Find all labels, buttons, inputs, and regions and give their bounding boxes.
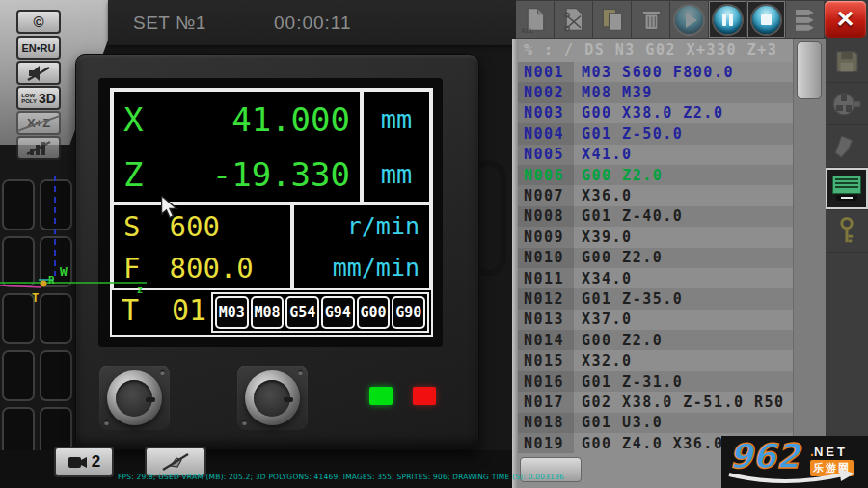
tool-origin-marker <box>41 281 47 287</box>
xz-readout-button[interactable]: X+Z <box>16 111 61 135</box>
gcode-line-N003[interactable]: N003G00 X38.0 Z2.0 <box>518 103 793 123</box>
gcode-line-N012[interactable]: N012G01 Z-35.0 <box>518 288 793 309</box>
right-tool-column <box>826 39 868 488</box>
gcode-line-N009[interactable]: N009X39.0 <box>518 227 793 247</box>
gcode-line-number: N017 <box>518 392 574 412</box>
gcode-header-line[interactable]: % : / DS N3 G02 X+330 Z+3 <box>518 39 793 62</box>
camera-icon <box>68 455 89 470</box>
copy-program-button[interactable] <box>593 1 631 38</box>
gcode-line-code: G02 X38.0 Z-51.0 R50 <box>574 393 785 411</box>
delete-program-button[interactable] <box>632 1 669 38</box>
gcode-line-code: M03 S600 F800.0 <box>574 64 734 81</box>
cut-program-button[interactable] <box>555 1 592 38</box>
hand-tool-crossed-icon <box>161 452 190 472</box>
gcode-line-number: N004 <box>518 123 574 144</box>
copyright-icon: © <box>33 14 43 30</box>
gcode-line-N002[interactable]: N002M08 M39 <box>518 82 793 102</box>
floppy-disk-icon <box>832 47 861 76</box>
gcode-line-N018[interactable]: N018G01 U3.0 <box>518 413 793 433</box>
gcode-line-code: X32.0 <box>574 352 633 369</box>
tool-setup-button[interactable] <box>826 125 868 168</box>
gcode-line-number: N008 <box>518 206 574 227</box>
stop-program-button[interactable] <box>747 1 785 38</box>
speed-arrows-icon <box>792 5 819 34</box>
gcode-line-number: N011 <box>518 268 574 288</box>
code-scrollbar-track[interactable] <box>793 39 826 488</box>
gcode-line-N013[interactable]: N013X37.0 <box>518 310 793 330</box>
simulation-speed-button[interactable] <box>786 1 824 38</box>
language-toggle-button[interactable]: EN•RU <box>16 36 61 60</box>
lowpoly-3d-button[interactable]: LOWPOLY 3D <box>16 86 61 110</box>
screw <box>104 420 109 425</box>
gcode-line-N014[interactable]: N014G00 Z2.0 <box>518 330 793 350</box>
t-value: 01 <box>172 293 206 327</box>
gcode-line-N016[interactable]: N016G01 Z-31.0 <box>518 371 793 392</box>
camera-view-button[interactable]: 2 <box>54 447 114 477</box>
x-axis-label: X <box>123 100 143 139</box>
play-program-button[interactable] <box>670 1 708 38</box>
mode-button-g00: G00 <box>357 296 391 329</box>
gcode-line-N015[interactable]: N015X32.0 <box>518 350 793 370</box>
coordinate-axes-overlay: W R T z <box>0 176 169 306</box>
gcode-line-number: N002 <box>518 82 574 102</box>
axis-t-label: T <box>32 291 39 305</box>
play-icon <box>675 6 703 34</box>
start-button-green[interactable] <box>369 387 393 405</box>
key-lock-button[interactable] <box>826 210 868 253</box>
axis-z-label: z <box>137 285 143 295</box>
select-all-program-button[interactable]: ALL <box>516 1 554 38</box>
set-number-label: SET №1 <box>133 13 206 34</box>
gcode-line-N004[interactable]: N004G01 Z-50.0 <box>518 123 793 144</box>
gcode-line-code: G00 Z2.0 <box>574 167 663 184</box>
stop-icon <box>752 6 780 34</box>
lathe-chuck-icon <box>831 89 862 120</box>
gcode-line-number: N010 <box>518 248 574 268</box>
gcode-line-number: N016 <box>518 371 574 392</box>
stop-button-red[interactable] <box>413 387 436 405</box>
gcode-line-N007[interactable]: N007X36.0 <box>518 185 793 205</box>
gcode-line-N006[interactable]: N006G00 Z2.0 <box>518 165 793 185</box>
key-icon <box>832 216 861 247</box>
gcode-line-code: G01 Z-50.0 <box>574 125 683 143</box>
save-program-button[interactable] <box>826 41 868 83</box>
camera-number-label: 2 <box>92 452 100 472</box>
pause-program-button[interactable] <box>709 1 746 38</box>
gcode-line-number: N005 <box>518 145 574 165</box>
gcode-line-number: N007 <box>518 185 574 205</box>
gcode-line-N010[interactable]: N010G00 Z2.0 <box>518 248 793 268</box>
close-button[interactable]: ✕ <box>825 1 866 38</box>
x-unit-label: mm <box>364 92 429 147</box>
watermark-net-label: NET <box>814 445 848 459</box>
rotary-knob-left[interactable] <box>107 370 162 425</box>
speaker-muted-icon <box>26 65 51 82</box>
gcode-line-number: N019 <box>518 433 574 453</box>
gcode-line-N001[interactable]: N001M03 S600 F800.0 <box>518 62 793 82</box>
gcode-line-N017[interactable]: N017G02 X38.0 Z-51.0 R50 <box>518 392 793 412</box>
screw <box>160 370 165 375</box>
gcode-line-N008[interactable]: N008G01 Z-40.0 <box>518 206 793 227</box>
rotary-knob-right[interactable] <box>245 370 300 425</box>
mode-button-m08: M08 <box>251 296 285 329</box>
chart-icon <box>26 140 51 156</box>
gcode-line-N011[interactable]: N011X34.0 <box>518 268 793 288</box>
copyright-button[interactable]: © <box>16 10 61 34</box>
control-panel-toggle-button[interactable] <box>826 168 868 210</box>
code-scrollbar-thumb[interactable] <box>797 41 822 99</box>
gcode-line-number: N015 <box>518 350 574 370</box>
gcode-line-code: X41.0 <box>574 146 633 163</box>
measurement-button[interactable] <box>16 136 61 160</box>
gcode-line-code: G01 Z-31.0 <box>574 373 683 391</box>
editor-toolbar: ALL <box>516 0 868 39</box>
axis-r-label: R <box>48 274 55 286</box>
lathe-guard-window <box>2 350 35 401</box>
gcode-line-number: N003 <box>518 103 574 123</box>
gcode-line-code: G01 Z-35.0 <box>574 290 683 308</box>
mode-button-m03: M03 <box>215 296 249 329</box>
position-units: mm mm <box>362 90 431 203</box>
mode-button-g90: G90 <box>392 296 425 329</box>
chuck-setup-button[interactable] <box>826 83 868 125</box>
monitor-green-screen-icon <box>832 176 861 202</box>
gcode-line-N005[interactable]: N005X41.0 <box>518 145 793 165</box>
gcode-line-number: N006 <box>518 165 574 185</box>
sound-mute-button[interactable] <box>16 61 61 85</box>
